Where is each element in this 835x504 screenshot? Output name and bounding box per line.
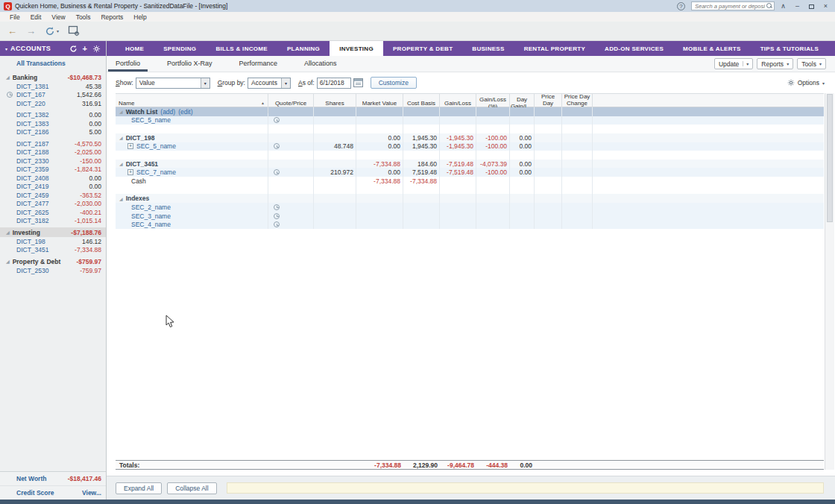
sidebar-account-dict-3182[interactable]: DICT_3182-1,015.14 xyxy=(0,217,106,226)
sidebar-account-dict-2459[interactable]: DICT_2459-363.52 xyxy=(0,191,106,200)
sidebar-account-dict-2625[interactable]: DICT_2625-400.21 xyxy=(0,208,106,217)
sidebar-account-dict-2330[interactable]: DICT_2330-150.00 xyxy=(0,157,106,166)
security-name[interactable]: SEC_4_name xyxy=(131,221,171,228)
nav-tab-planning[interactable]: PLANNING xyxy=(277,41,330,56)
sidebar-account-dict-198[interactable]: DICT_198146.12 xyxy=(0,237,106,246)
sidebar-group-investing[interactable]: ◢Investing-$7,188.76 xyxy=(0,227,106,237)
chevron-up-icon[interactable]: ∧ xyxy=(778,1,789,11)
add-account-icon[interactable]: + xyxy=(83,45,87,52)
options-menu[interactable]: Options ▾ xyxy=(787,79,825,86)
column-header-name[interactable]: Name▲ xyxy=(116,94,268,113)
nav-tab-add-on-services[interactable]: ADD-ON SERVICES xyxy=(595,41,673,56)
menu-edit[interactable]: Edit xyxy=(25,13,47,21)
group-by-dropdown[interactable]: Accounts ▾ xyxy=(248,78,291,89)
menu-reports[interactable]: Reports xyxy=(95,13,128,21)
sidebar-account-dict-2186[interactable]: DICT_21865.00 xyxy=(0,128,106,137)
credit-score-view-link[interactable]: View... xyxy=(82,489,101,497)
sidebar-group-banking[interactable]: ◢Banking-$10,468.73 xyxy=(0,72,106,82)
all-transactions-link[interactable]: All Transactions xyxy=(0,58,106,70)
security-name[interactable]: SEC_5_name xyxy=(131,116,171,124)
menu-file[interactable]: File xyxy=(4,13,25,21)
table-row-sec-3-name[interactable]: SEC_3_name xyxy=(116,212,824,221)
sidebar-account-dict-1381[interactable]: DICT_138145.38 xyxy=(0,82,106,91)
sidebar-account-dict-2477[interactable]: DICT_2477-2,030.00 xyxy=(0,200,106,209)
one-step-update-button[interactable]: ▾ xyxy=(45,26,59,37)
sidebar-account-dict-2359[interactable]: DICT_2359-1,824.31 xyxy=(0,166,106,174)
security-name[interactable]: SEC_3_name xyxy=(131,212,171,220)
subtab-portfolio[interactable]: Portfolio xyxy=(116,57,140,71)
search-icon[interactable] xyxy=(766,3,772,9)
reports-window-icon[interactable] xyxy=(68,25,80,37)
sidebar-account-dict-2530[interactable]: DICT_2530-759.97 xyxy=(0,266,106,275)
sidebar-account-dict-2408[interactable]: DICT_24080.00 xyxy=(0,174,106,183)
sidebar-account-dict-3451[interactable]: DICT_3451-7,334.88 xyxy=(0,246,106,255)
collapse-triangle-icon[interactable]: ◢ xyxy=(119,161,123,166)
subtab-performance[interactable]: Performance xyxy=(239,57,278,71)
restore-button[interactable] xyxy=(806,1,817,11)
expand-plus-icon[interactable]: + xyxy=(127,169,133,175)
nav-tab-mobile-alerts[interactable]: MOBILE & ALERTS xyxy=(673,41,751,56)
expand-plus-icon[interactable]: + xyxy=(127,143,133,149)
calendar-icon[interactable] xyxy=(353,78,363,87)
forward-button[interactable]: → xyxy=(26,26,36,36)
menu-view[interactable]: View xyxy=(46,13,70,21)
security-name[interactable]: SEC_7_name xyxy=(136,168,176,176)
table-row-sec-5-name[interactable]: +SEC_5_name48.7480.001,945.30-1,945.30-1… xyxy=(116,142,824,151)
table-row-dict-198[interactable]: ◢DICT_1980.001,945.30-1,945.30-100.000.0… xyxy=(116,133,824,142)
subtab-portfolio-x-ray[interactable]: Portfolio X-Ray xyxy=(167,57,212,71)
nav-tab-investing[interactable]: INVESTING xyxy=(330,41,383,56)
button-tools[interactable]: Tools▾ xyxy=(797,58,826,69)
menu-help[interactable]: Help xyxy=(128,13,151,21)
expand-all-button[interactable]: Expand All xyxy=(116,482,162,494)
menu-tools[interactable]: Tools xyxy=(71,13,96,21)
refresh-accounts-icon[interactable] xyxy=(69,45,78,53)
collapse-caret-icon[interactable]: ▾ xyxy=(5,46,7,51)
subtab-allocations[interactable]: Allocations xyxy=(304,57,337,71)
table-row-cash[interactable]: Cash-7,334.88-7,334.88 xyxy=(116,177,824,186)
sidebar-account-dict-1382[interactable]: DICT_13820.00 xyxy=(0,111,106,120)
security-name[interactable]: SEC_5_name xyxy=(136,142,176,150)
nav-tab-business[interactable]: BUSINESS xyxy=(462,41,514,56)
collapse-triangle-icon[interactable]: ◢ xyxy=(119,196,123,201)
sidebar-account-dict-167[interactable]: DICT_1671,542.66 xyxy=(0,91,106,100)
nav-tab-bills-income[interactable]: BILLS & INCOME xyxy=(206,41,277,56)
credit-score-row[interactable]: Credit Score View... xyxy=(0,485,106,500)
net-worth-row[interactable]: Net Worth -$18,417.46 xyxy=(0,472,106,485)
table-row-sec-7-name[interactable]: +SEC_7_name210.9720.007,519.48-7,519.48-… xyxy=(116,168,824,177)
button-update[interactable]: Update▾ xyxy=(714,58,753,69)
sidebar-group-property-debt[interactable]: ◢Property & Debt-$759.97 xyxy=(0,256,106,266)
security-name[interactable]: SEC_2_name xyxy=(131,204,171,211)
table-row-dict-3451[interactable]: ◢DICT_3451-7,334.88184.60-7,519.48-4,073… xyxy=(116,160,824,168)
minimize-button[interactable]: – xyxy=(792,1,803,11)
nav-tab-rental-property[interactable]: RENTAL PROPERTY xyxy=(514,41,595,56)
table-row-sec-2-name[interactable]: SEC_2_name xyxy=(116,203,824,212)
back-button[interactable]: ← xyxy=(7,26,17,36)
global-search-box[interactable] xyxy=(691,1,775,10)
chevron-down-icon[interactable]: ▾ xyxy=(281,78,290,88)
table-row-sec-5-name[interactable]: SEC_5_name xyxy=(116,116,824,125)
as-of-date-field[interactable]: 6/1/2018 xyxy=(317,78,351,89)
table-row-indexes[interactable]: ◢Indexes xyxy=(116,194,824,203)
nav-tab-spending[interactable]: SPENDING xyxy=(154,41,206,56)
sidebar-account-dict-2187[interactable]: DICT_2187-4,570.50 xyxy=(0,139,106,148)
scrollbar-thumb[interactable] xyxy=(827,94,833,222)
sidebar-account-dict-2188[interactable]: DICT_2188-2,025.00 xyxy=(0,148,106,157)
collapse-triangle-icon[interactable]: ◢ xyxy=(119,135,123,140)
show-dropdown[interactable]: Value ▾ xyxy=(136,78,210,89)
help-icon[interactable]: ? xyxy=(677,2,685,10)
table-row-sec-4-name[interactable]: SEC_4_name xyxy=(116,220,824,229)
collapse-all-button[interactable]: Collapse All xyxy=(167,482,216,494)
sidebar-account-dict-220[interactable]: DICT_220316.91 xyxy=(0,99,106,108)
customize-button[interactable]: Customize xyxy=(371,77,417,89)
sidebar-account-dict-2419[interactable]: DICT_24190.00 xyxy=(0,183,106,192)
button-reports[interactable]: Reports▾ xyxy=(757,58,793,69)
close-button[interactable]: × xyxy=(820,1,831,11)
search-input[interactable] xyxy=(693,2,766,10)
nav-tab-tips-tutorials[interactable]: TIPS & TUTORIALS xyxy=(751,41,828,56)
chevron-down-icon[interactable]: ▾ xyxy=(201,78,209,88)
sidebar-account-dict-1383[interactable]: DICT_13830.00 xyxy=(0,119,106,128)
nav-tab-property-debt[interactable]: PROPERTY & DEBT xyxy=(383,41,462,56)
vertical-scrollbar[interactable] xyxy=(825,93,834,470)
gear-icon[interactable] xyxy=(92,45,101,53)
nav-tab-home[interactable]: HOME xyxy=(116,41,154,56)
